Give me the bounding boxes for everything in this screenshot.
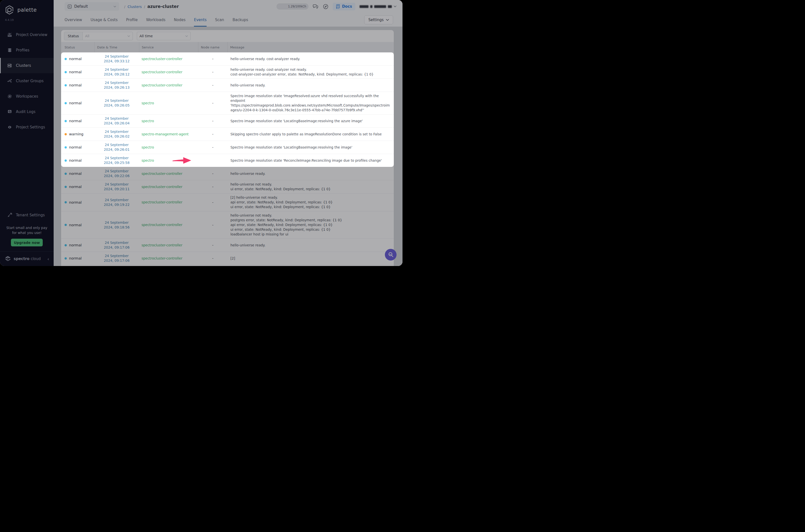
sidebar-item-cluster-groups[interactable]: Cluster Groups xyxy=(0,73,54,89)
table-row[interactable]: normal 24 September2024, 09:20:11 spectr… xyxy=(61,180,394,193)
service-cell: spectrocluster-controller xyxy=(139,243,198,248)
table-row[interactable]: normal 24 September2024, 09:26:01 spectr… xyxy=(61,140,394,154)
chat-icon[interactable] xyxy=(313,3,319,10)
project-selector[interactable]: Default xyxy=(64,2,119,11)
status-cell: normal xyxy=(61,145,94,149)
logo-row: palette xyxy=(0,0,54,16)
table-row[interactable]: normal 24 September2024, 09:25:58 spectr… xyxy=(61,154,394,167)
service-cell: spectro xyxy=(139,158,198,163)
date-cell: 24 September2024, 09:26:04 xyxy=(94,116,139,126)
tab-usage-costs[interactable]: Usage & Costs xyxy=(91,13,118,26)
tab-workloads[interactable]: Workloads xyxy=(146,13,165,26)
table-row[interactable]: normal 24 September2024, 09:26:05 spectr… xyxy=(61,92,394,114)
service-cell: spectro xyxy=(139,145,198,150)
sidebar-item-clusters[interactable]: Clusters xyxy=(0,58,54,73)
status-dot-icon xyxy=(64,201,67,204)
breadcrumb-clusters-link[interactable]: Clusters xyxy=(128,5,142,9)
service-cell: spectrocluster-controller xyxy=(139,57,198,61)
main-area: Default / Clusters / azure-cluster 1.29/… xyxy=(54,0,402,266)
redacted-text-block xyxy=(360,5,368,8)
sidebar-item-audit-logs[interactable]: Audit Logs xyxy=(0,104,54,119)
node-cell: - xyxy=(198,70,227,74)
table-row[interactable]: normal 24 September2024, 09:28:12 spectr… xyxy=(61,65,394,78)
col-date-time: Date & Time xyxy=(94,42,139,52)
col-status: Status xyxy=(61,42,94,52)
table-row[interactable]: normal 24 September2024, 09:18:56 spectr… xyxy=(61,211,394,239)
service-cell: spectrocluster-controller xyxy=(139,200,198,205)
events-card: Status All All time Status Date & Time S… xyxy=(61,30,394,266)
status-cell: normal xyxy=(61,57,94,61)
sidebar-collapse-icon[interactable]: ‹ xyxy=(47,256,49,262)
orbit-icon xyxy=(7,94,12,99)
date-cell: 24 September2024, 09:17:06 xyxy=(94,241,139,250)
table-row[interactable]: normal 24 September2024, 09:26:04 spectr… xyxy=(61,114,394,128)
settings-button[interactable]: Settings xyxy=(364,15,393,24)
tab-overview[interactable]: Overview xyxy=(64,13,82,26)
status-cell: normal xyxy=(61,223,94,227)
sidebar-item-tenant-settings[interactable]: Tenant Settings xyxy=(0,207,54,223)
status-dot-icon xyxy=(64,146,67,149)
table-row[interactable]: warning 24 September2024, 09:26:02 spect… xyxy=(61,128,394,140)
gear-icon xyxy=(7,125,12,130)
palette-app-window: palette 4.4.19 Project Overview Profiles… xyxy=(0,0,402,266)
table-row[interactable]: normal 24 September2024, 09:19:22 spectr… xyxy=(61,193,394,211)
date-cell: 24 September2024, 09:18:56 xyxy=(94,220,139,230)
status-dot-icon xyxy=(64,159,67,162)
tab-scan[interactable]: Scan xyxy=(215,13,224,26)
tab-events[interactable]: Events xyxy=(194,13,207,26)
user-menu-redacted[interactable] xyxy=(360,5,397,8)
message-cell: Spectro image resolution state 'Locating… xyxy=(227,145,394,150)
status-cell: normal xyxy=(61,70,94,74)
docs-button[interactable]: Docs xyxy=(333,3,355,11)
message-cell: hello-universe ready. cost-analyzer read… xyxy=(227,57,394,61)
status-cell: normal xyxy=(61,256,94,260)
book-icon xyxy=(336,4,340,9)
table-row[interactable]: normal 24 September2024, 09:33:12 spectr… xyxy=(61,52,394,65)
time-filter[interactable]: All time xyxy=(137,32,191,40)
tab-profile[interactable]: Profile xyxy=(126,13,138,26)
sidebar-item-workspaces[interactable]: Workspaces xyxy=(0,89,54,104)
sidebar-item-project-settings[interactable]: Project Settings xyxy=(0,119,54,135)
node-cell: - xyxy=(198,101,227,105)
date-cell: 24 September2024, 09:17:06 xyxy=(94,253,139,263)
service-cell: spectrocluster-controller xyxy=(139,185,198,189)
status-dot-icon xyxy=(64,120,67,122)
tab-backups[interactable]: Backups xyxy=(233,13,248,26)
upgrade-now-button[interactable]: Upgrade now xyxy=(11,239,43,246)
status-dot-icon xyxy=(64,71,67,73)
layers-icon xyxy=(7,48,12,53)
chart-icon xyxy=(7,32,12,37)
table-row[interactable]: normal 24 September2024, 09:17:06 spectr… xyxy=(61,252,394,265)
topbar-right: 1.29/100kCh Docs xyxy=(276,3,397,11)
message-cell: [2] xyxy=(227,256,394,261)
table-row[interactable]: normal 24 September2024, 09:26:13 spectr… xyxy=(61,78,394,92)
tab-nodes[interactable]: Nodes xyxy=(174,13,186,26)
chevron-down-icon xyxy=(125,35,133,37)
status-cell: normal xyxy=(61,158,94,163)
table-row[interactable]: normal 24 September2024, 09:22:06 spectr… xyxy=(61,167,394,180)
node-cell: - xyxy=(198,57,227,61)
status-cell: normal xyxy=(61,83,94,87)
sidebar-item-project-overview[interactable]: Project Overview xyxy=(0,27,54,42)
tools-icon xyxy=(7,213,12,217)
message-cell: Spectro image resolution state 'ImageRes… xyxy=(227,94,394,113)
node-cell: - xyxy=(198,132,227,136)
status-filter-value: All xyxy=(83,34,125,38)
table-row[interactable]: error 24 September spectro-management-ag… xyxy=(61,265,394,266)
message-cell: [2] hello-universe not ready.api error, … xyxy=(227,195,394,209)
node-cell: - xyxy=(198,243,227,247)
compass-icon[interactable] xyxy=(323,4,328,10)
status-filter[interactable]: Status All xyxy=(64,32,133,40)
service-cell: spectrocluster-controller xyxy=(139,171,198,176)
date-cell: 24 September2024, 09:33:12 xyxy=(94,54,139,63)
status-cell: normal xyxy=(61,185,94,189)
events-content: Status All All time Status Date & Time S… xyxy=(54,26,402,266)
table-row[interactable]: normal 24 September2024, 09:17:06 spectr… xyxy=(61,239,394,252)
service-cell: spectrocluster-controller xyxy=(139,83,198,88)
clusters-icon xyxy=(7,63,12,68)
status-dot-icon xyxy=(64,84,67,87)
service-cell: spectrocluster-controller xyxy=(139,223,198,227)
sidebar-item-profiles[interactable]: Profiles xyxy=(0,42,54,58)
status-cell: warning xyxy=(61,132,94,136)
search-fab-button[interactable] xyxy=(385,249,397,261)
